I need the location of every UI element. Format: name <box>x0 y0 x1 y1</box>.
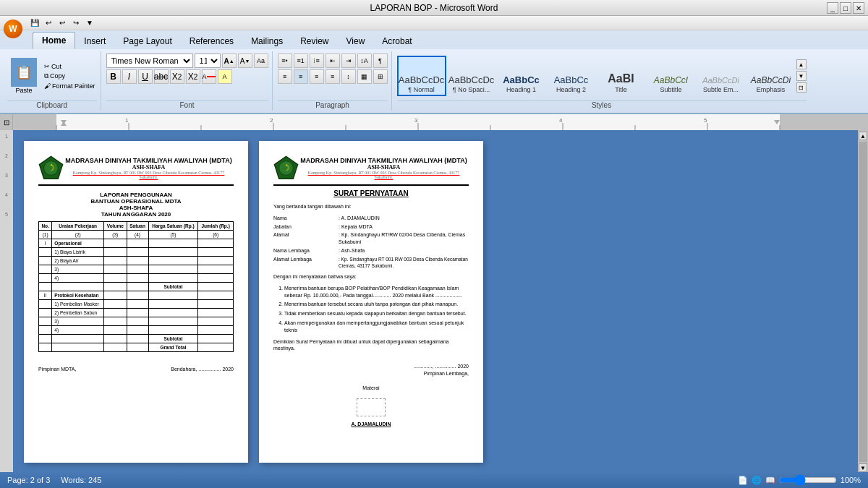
highlight-button[interactable]: A <box>218 69 232 84</box>
justify-button[interactable]: ≡ <box>326 69 340 84</box>
zoom-slider[interactable] <box>779 474 837 486</box>
font-grow-button[interactable]: A▲ <box>222 53 237 68</box>
tab-view[interactable]: View <box>338 33 374 49</box>
scroll-up-button[interactable]: ▲ <box>859 132 867 140</box>
tab-page-layout[interactable]: Page Layout <box>114 33 180 49</box>
title-bar: LAPORAN BOP - Microsoft Word _ □ ✕ <box>0 0 868 16</box>
svg-text:✦: ✦ <box>50 163 53 167</box>
styles-more-button[interactable]: ⊡ <box>796 82 807 93</box>
multilevel-button[interactable]: ⁝≡ <box>310 53 324 68</box>
font-size-select[interactable]: 11 <box>195 53 221 68</box>
show-hide-button[interactable]: ¶ <box>373 53 388 68</box>
minimize-button[interactable]: _ <box>827 2 838 14</box>
style-h1-preview: AaBbCc <box>503 75 540 85</box>
close-button[interactable]: ✕ <box>853 2 864 14</box>
style-normal[interactable]: AaBbCcDc ¶ Normal <box>397 56 446 96</box>
undo-icon[interactable]: ↩ <box>43 17 54 29</box>
tab-mailings[interactable]: Mailings <box>242 33 292 49</box>
tab-acrobat[interactable]: Acrobat <box>373 33 420 49</box>
increase-indent-button[interactable]: ⇥ <box>341 53 356 68</box>
line-spacing-button[interactable]: ↕ <box>341 69 356 84</box>
col-uraian: Uraian Pekerjaan <box>52 222 104 231</box>
page2-org-header: ☽ ✦ MADRASAH DINIYAH TAKMILIYAH AWALIYAH… <box>273 155 469 186</box>
ruler-svg: 1 2 3 4 5 <box>13 114 868 130</box>
report-title-4: TAHUN ANGGARAN 2020 <box>38 211 234 218</box>
cut-button[interactable]: ✂ Cut <box>43 62 97 71</box>
paste-label: Paste <box>15 87 32 94</box>
italic-button[interactable]: I <box>122 69 137 84</box>
tab-review[interactable]: Review <box>292 33 337 49</box>
clipboard-content: 📋 Paste ✂ Cut ⧉ Copy 🖌 <box>7 51 97 100</box>
superscript-button[interactable]: X2 <box>186 69 200 84</box>
align-left-button[interactable]: ≡ <box>278 69 292 84</box>
scroll-down-button[interactable]: ▼ <box>859 463 867 472</box>
copy-button[interactable]: ⧉ Copy <box>43 72 97 81</box>
col-volume: Volume <box>104 222 127 231</box>
word-count: Words: 245 <box>61 476 101 484</box>
font-label: Font <box>106 100 268 111</box>
page2-org-name: MADRASAH DINIYAH TAKMILIYAH AWALIYAH (MD… <box>299 157 469 164</box>
report-title: LAPORAN PENGGUNAAN BANTUAN OPERASIONAL M… <box>38 192 234 218</box>
borders-button[interactable]: ⊞ <box>373 69 388 84</box>
status-bar: Page: 2 of 3 Words: 245 📄 🌐 📖 100% <box>0 472 868 488</box>
footer-right: Bendahara, ................ 2020 <box>171 367 234 372</box>
style-heading2[interactable]: AaBbCc Heading 2 <box>547 56 596 96</box>
subscript-button[interactable]: X2 <box>170 69 184 84</box>
field-alamat-lembaga: Alamat Lembaga : Kp. Sindanghayu RT 001 … <box>273 256 469 269</box>
table-row: 2) Biaya Air <box>39 257 234 265</box>
view-normal-button[interactable]: 📄 <box>738 476 748 485</box>
font-shrink-button[interactable]: A▼ <box>238 53 252 68</box>
bullets-button[interactable]: ≡• <box>278 53 292 68</box>
align-center-button[interactable]: ≡ <box>294 69 308 84</box>
vertical-scrollbar[interactable]: ▲ ▼ <box>858 130 868 474</box>
tab-references[interactable]: References <box>181 33 242 49</box>
view-web-button[interactable]: 🌐 <box>752 476 762 485</box>
numbering-button[interactable]: ≡1 <box>294 53 308 68</box>
font-color-button[interactable]: A <box>202 69 216 84</box>
decrease-indent-button[interactable]: ⇤ <box>326 53 340 68</box>
style-emphasis[interactable]: AaBbCcDi Emphasis <box>746 56 796 96</box>
shading-button[interactable]: ▦ <box>357 69 372 84</box>
clear-format-button[interactable]: Aa <box>254 53 268 68</box>
section-ii-title-row: II Protokol Kesehatan <box>39 291 234 300</box>
office-button[interactable]: W <box>4 20 22 38</box>
style-subtitle[interactable]: AaBbCcI Subtitle <box>647 56 696 96</box>
strikethrough-button[interactable]: abc <box>154 69 169 84</box>
col-num-2: (2) <box>52 231 104 239</box>
style-subtle-em[interactable]: AaBbCcDi Subtle Em... <box>697 56 746 96</box>
view-read-button[interactable]: 📖 <box>765 476 775 485</box>
style-no-spacing[interactable]: AaBbCcDc ¶ No Spaci... <box>447 56 496 96</box>
ruler-icon[interactable]: ⊡ <box>0 114 13 130</box>
style-title[interactable]: AaBI Title <box>597 56 646 96</box>
sort-button[interactable]: ↕A <box>357 53 372 68</box>
svg-text:5: 5 <box>704 117 707 124</box>
list-buttons-row: ≡• ≡1 ⁝≡ ⇤ ⇥ ↕A ¶ <box>278 53 388 68</box>
cut-icon: ✂ <box>44 63 50 70</box>
list-item: Akan mempergunakan dan mempertanggungjaw… <box>284 320 469 334</box>
align-right-button[interactable]: ≡ <box>310 69 324 84</box>
styles-scroll-up-button[interactable]: ▲ <box>796 59 807 69</box>
tab-insert[interactable]: Insert <box>75 33 114 49</box>
underline-button[interactable]: U <box>138 69 153 84</box>
redo-icon[interactable]: ↪ <box>70 17 82 29</box>
surat-closing: Demikian Surat Pernyataan ini dibuat unt… <box>273 338 469 353</box>
document-area[interactable]: ☽ ✦ MADRASAH DINIYAH TAKMILIYAH AWALIYAH… <box>13 130 858 474</box>
styles-scroll-down-button[interactable]: ▼ <box>796 71 807 81</box>
paste-button[interactable]: 📋 Paste <box>7 56 41 96</box>
scrollbar-thumb[interactable] <box>859 142 867 462</box>
font-name-select[interactable]: Times New Roman <box>106 53 193 68</box>
undo2-icon[interactable]: ↩ <box>56 17 68 29</box>
style-heading1[interactable]: AaBbCc Heading 1 <box>497 56 546 96</box>
font-content: Times New Roman 11 A▲ A▼ Aa B I U abc X2… <box>106 51 268 100</box>
tab-home[interactable]: Home <box>33 32 75 49</box>
window-controls[interactable]: _ □ ✕ <box>827 2 864 14</box>
section-ii-subtotal-row: Subtotal <box>39 335 234 343</box>
format-painter-button[interactable]: 🖌 Format Painter <box>43 82 97 90</box>
list-item: Menerima bantuan berupa BOP Pelatihan/BO… <box>284 285 469 299</box>
page-info: Page: 2 of 3 <box>7 476 50 484</box>
dropdown-qat-icon[interactable]: ▼ <box>84 17 95 29</box>
save-icon[interactable]: 💾 <box>29 17 41 29</box>
bold-button[interactable]: B <box>106 69 121 84</box>
vertical-ruler: 1 2 3 4 5 <box>0 130 13 474</box>
restore-button[interactable]: □ <box>840 2 851 14</box>
